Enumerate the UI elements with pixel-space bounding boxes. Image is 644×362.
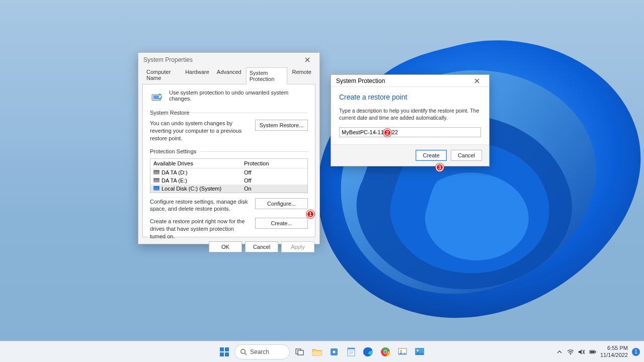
tab-strip: Computer Name Hardware Advanced System P…: [138, 67, 319, 84]
svg-point-6: [241, 349, 245, 353]
svg-point-21: [384, 350, 386, 353]
start-button[interactable]: [217, 345, 231, 359]
edge-button[interactable]: [361, 345, 375, 359]
settings-button[interactable]: [327, 345, 341, 359]
annotation-2: 2: [383, 129, 391, 137]
drive-icon: [153, 178, 159, 183]
svg-point-26: [570, 353, 571, 354]
tab-hardware[interactable]: Hardware: [182, 67, 212, 84]
svg-rect-1: [153, 96, 159, 99]
system-restore-button[interactable]: System Restore...: [255, 120, 308, 131]
chevron-up-icon[interactable]: [556, 348, 563, 355]
tab-computer-name[interactable]: Computer Name: [143, 67, 181, 84]
cancel-button[interactable]: Cancel: [245, 241, 278, 252]
volume-icon[interactable]: [578, 348, 585, 355]
window-title: System Properties: [143, 56, 193, 63]
drives-table: Available Drives Protection DA TA (D:) O…: [150, 158, 308, 193]
svg-rect-30: [595, 351, 596, 352]
paint-button[interactable]: [395, 345, 410, 359]
drive-icon: [153, 186, 159, 191]
titlebar[interactable]: System Properties: [138, 53, 319, 67]
create-restore-point-dialog: System Protection Create a restore point…: [331, 74, 490, 166]
svg-rect-4: [220, 352, 224, 356]
drives-header-protection: Protection: [241, 159, 307, 168]
chrome-button[interactable]: [378, 345, 392, 359]
configure-text: Configure restore settings, manage disk …: [150, 198, 250, 213]
annotation-1: 1: [306, 210, 314, 218]
svg-rect-3: [225, 347, 229, 351]
group-system-restore: System Restore: [150, 110, 308, 116]
annotation-3: 3: [436, 163, 444, 171]
close-icon[interactable]: [468, 76, 486, 86]
svg-point-23: [400, 350, 402, 352]
window-title: System Protection: [336, 77, 385, 84]
system-properties-window: System Properties Computer Name Hardware…: [138, 52, 320, 244]
search-button[interactable]: Search: [234, 344, 290, 359]
apply-button: Apply: [281, 241, 314, 252]
protection-icon: [150, 89, 164, 104]
clock[interactable]: 6:55 PM 11/14/2022: [600, 345, 628, 358]
svg-point-12: [333, 350, 336, 353]
tab-system-protection[interactable]: System Protection: [246, 67, 288, 84]
notification-badge[interactable]: 1: [632, 348, 640, 356]
desktop-wallpaper: [0, 0, 644, 362]
task-view-button[interactable]: [293, 345, 307, 359]
svg-point-25: [417, 349, 419, 351]
drives-header-available: Available Drives: [150, 159, 241, 168]
svg-rect-31: [590, 351, 595, 353]
dialog-heading: Create a restore point: [339, 93, 481, 101]
titlebar[interactable]: System Protection: [331, 75, 489, 87]
restore-point-name-input[interactable]: [339, 127, 481, 137]
ok-button[interactable]: OK: [209, 241, 242, 252]
svg-rect-2: [220, 347, 224, 351]
cancel-button[interactable]: Cancel: [451, 150, 482, 161]
system-tray: 6:55 PM 11/14/2022 1: [556, 345, 640, 358]
header-text: Use system protection to undo unwanted s…: [169, 89, 308, 102]
drive-icon: [153, 170, 159, 174]
tab-advanced[interactable]: Advanced: [214, 67, 245, 84]
svg-rect-10: [312, 351, 321, 355]
table-row[interactable]: DA TA (E:) Off: [150, 176, 307, 185]
photos-button[interactable]: [413, 345, 427, 359]
tab-pane: Use system protection to undo unwanted s…: [142, 84, 315, 237]
table-row[interactable]: Local Disk (C:) (System) On: [150, 185, 307, 193]
create-button[interactable]: Create...: [255, 218, 308, 229]
dialog-buttons: OK Cancel Apply: [138, 241, 319, 257]
tab-remote[interactable]: Remote: [289, 67, 314, 84]
create-button[interactable]: Create: [416, 150, 447, 161]
file-explorer-button[interactable]: [310, 345, 324, 359]
wifi-icon[interactable]: [567, 348, 574, 355]
svg-rect-9: [298, 350, 303, 355]
notepad-button[interactable]: [344, 345, 358, 359]
create-text: Create a restore point right now for the…: [150, 218, 250, 240]
close-icon[interactable]: [298, 55, 316, 65]
table-row[interactable]: DA TA (D:) Off: [150, 168, 307, 176]
system-restore-text: You can undo system changes by reverting…: [150, 120, 250, 142]
search-icon: [240, 348, 247, 355]
dialog-description: Type a description to help you identify …: [339, 107, 481, 121]
configure-button[interactable]: Configure...: [255, 198, 308, 209]
svg-rect-14: [348, 348, 355, 349]
group-protection-settings: Protection Settings: [150, 148, 308, 154]
taskbar: Search 6:55 PM 11/14/2022 1: [0, 341, 644, 362]
svg-line-7: [245, 353, 247, 355]
svg-rect-5: [225, 352, 229, 356]
battery-icon[interactable]: [589, 348, 596, 355]
